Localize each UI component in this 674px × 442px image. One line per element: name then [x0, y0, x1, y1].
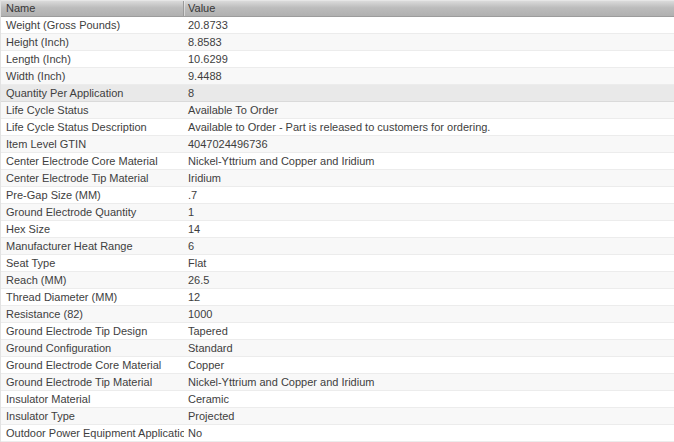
- row-name-cell: Ground Configuration: [1, 340, 184, 356]
- column-header-value[interactable]: Value: [184, 1, 674, 16]
- table-row[interactable]: Ground Electrode Core Material Copper: [1, 357, 674, 374]
- row-name-cell: Length (Inch): [1, 51, 184, 67]
- table-row[interactable]: Length (Inch) 10.6299: [1, 51, 674, 68]
- table-row[interactable]: Ground Electrode Quantity 1: [1, 204, 674, 221]
- table-body: Weight (Gross Pounds) 20.8733 Height (In…: [1, 17, 674, 442]
- row-name-cell: Life Cycle Status: [1, 102, 184, 118]
- table-row[interactable]: Outdoor Power Equipment Application No: [1, 425, 674, 442]
- row-name-cell: Pre-Gap Size (MM): [1, 187, 184, 203]
- table-row[interactable]: Life Cycle Status Available To Order: [1, 102, 674, 119]
- row-name-cell: Insulator Material: [1, 391, 184, 407]
- row-value-cell: 8.8583: [184, 34, 674, 50]
- table-row[interactable]: Manufacturer Heat Range 6: [1, 238, 674, 255]
- row-name-cell: Ground Electrode Quantity: [1, 204, 184, 220]
- row-value-cell: .7: [184, 187, 674, 203]
- row-value-cell: Tapered: [184, 323, 674, 339]
- row-value-cell: Copper: [184, 357, 674, 373]
- table-row[interactable]: Resistance (82) 1000: [1, 306, 674, 323]
- row-value-cell: Projected: [184, 408, 674, 424]
- row-value-cell: 6: [184, 238, 674, 254]
- row-name-cell: Hex Size: [1, 221, 184, 237]
- table-row[interactable]: Insulator Type Projected: [1, 408, 674, 425]
- properties-grid: Name Value Weight (Gross Pounds) 20.8733…: [0, 0, 674, 442]
- row-value-cell: 4047024496736: [184, 136, 674, 152]
- table-row[interactable]: Quantity Per Application 8: [1, 85, 674, 102]
- row-value-cell: Standard: [184, 340, 674, 356]
- table-row[interactable]: Center Electrode Tip Material Iridium: [1, 170, 674, 187]
- grid-header-row: Name Value: [1, 0, 674, 17]
- row-name-cell: Ground Electrode Tip Material: [1, 374, 184, 390]
- table-row[interactable]: Insulator Material Ceramic: [1, 391, 674, 408]
- row-value-cell: 8: [184, 85, 674, 101]
- row-name-cell: Thread Diameter (MM): [1, 289, 184, 305]
- row-value-cell: Ceramic: [184, 391, 674, 407]
- row-name-cell: Ground Electrode Tip Design: [1, 323, 184, 339]
- table-row[interactable]: Life Cycle Status Description Available …: [1, 119, 674, 136]
- row-value-cell: Nickel-Yttrium and Copper and Iridium: [184, 374, 674, 390]
- row-value-cell: Flat: [184, 255, 674, 271]
- row-name-cell: Weight (Gross Pounds): [1, 17, 184, 33]
- row-name-cell: Width (Inch): [1, 68, 184, 84]
- row-value-cell: Available To Order: [184, 102, 674, 118]
- row-value-cell: Nickel-Yttrium and Copper and Iridium: [184, 153, 674, 169]
- table-row[interactable]: Seat Type Flat: [1, 255, 674, 272]
- row-value-cell: 1000: [184, 306, 674, 322]
- table-row[interactable]: Hex Size 14: [1, 221, 674, 238]
- table-row[interactable]: Center Electrode Core Material Nickel-Yt…: [1, 153, 674, 170]
- row-value-cell: 26.5: [184, 272, 674, 288]
- table-row[interactable]: Weight (Gross Pounds) 20.8733: [1, 17, 674, 34]
- row-name-cell: Reach (MM): [1, 272, 184, 288]
- table-row[interactable]: Width (Inch) 9.4488: [1, 68, 674, 85]
- row-value-cell: Iridium: [184, 170, 674, 186]
- table-row[interactable]: Ground Electrode Tip Material Nickel-Ytt…: [1, 374, 674, 391]
- row-name-cell: Center Electrode Tip Material: [1, 170, 184, 186]
- row-name-cell: Insulator Type: [1, 408, 184, 424]
- row-value-cell: 9.4488: [184, 68, 674, 84]
- row-value-cell: No: [184, 425, 674, 441]
- row-value-cell: Available to Order - Part is released to…: [184, 119, 674, 135]
- row-name-cell: Ground Electrode Core Material: [1, 357, 184, 373]
- table-row[interactable]: Item Level GTIN 4047024496736: [1, 136, 674, 153]
- row-value-cell: 14: [184, 221, 674, 237]
- row-name-cell: Resistance (82): [1, 306, 184, 322]
- row-name-cell: Outdoor Power Equipment Application: [1, 425, 184, 441]
- row-name-cell: Height (Inch): [1, 34, 184, 50]
- table-row[interactable]: Pre-Gap Size (MM) .7: [1, 187, 674, 204]
- table-row[interactable]: Reach (MM) 26.5: [1, 272, 674, 289]
- row-value-cell: 10.6299: [184, 51, 674, 67]
- row-name-cell: Quantity Per Application: [1, 85, 184, 101]
- table-row[interactable]: Height (Inch) 8.8583: [1, 34, 674, 51]
- row-name-cell: Seat Type: [1, 255, 184, 271]
- row-value-cell: 20.8733: [184, 17, 674, 33]
- row-name-cell: Center Electrode Core Material: [1, 153, 184, 169]
- row-name-cell: Life Cycle Status Description: [1, 119, 184, 135]
- table-row[interactable]: Ground Electrode Tip Design Tapered: [1, 323, 674, 340]
- table-row[interactable]: Thread Diameter (MM) 12: [1, 289, 674, 306]
- row-name-cell: Manufacturer Heat Range: [1, 238, 184, 254]
- row-name-cell: Item Level GTIN: [1, 136, 184, 152]
- row-value-cell: 12: [184, 289, 674, 305]
- row-value-cell: 1: [184, 204, 674, 220]
- column-header-name[interactable]: Name: [1, 1, 184, 16]
- table-row[interactable]: Ground Configuration Standard: [1, 340, 674, 357]
